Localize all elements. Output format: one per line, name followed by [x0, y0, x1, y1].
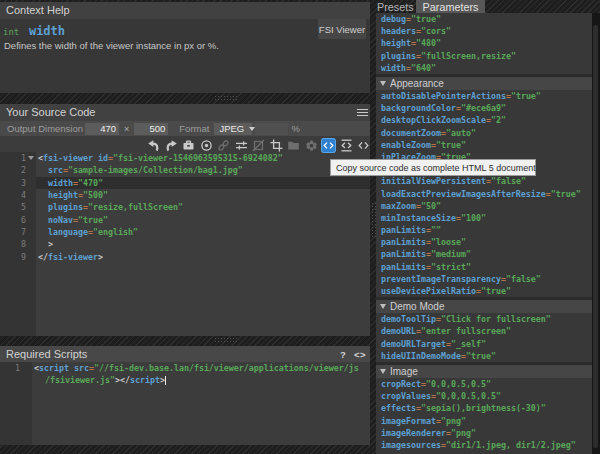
parameter-row[interactable]: panLimits="strict"	[376, 261, 592, 273]
parameter-row[interactable]: backgroundColor="#ece6a9"	[376, 102, 592, 114]
dimension-times-label: ×	[124, 124, 129, 134]
parameter-name: demoURLTarget	[381, 339, 446, 349]
section-header-demo-mode[interactable]: Demo Mode	[376, 297, 592, 313]
menu-icon[interactable]	[357, 107, 368, 118]
code-text: /fsiviewer.js"></script>	[32, 375, 166, 385]
format-select[interactable]: JPEG	[214, 123, 252, 135]
redo-icon[interactable]	[165, 139, 178, 152]
record-icon[interactable]	[200, 139, 213, 152]
parameter-row[interactable]: panLimits=""	[376, 224, 592, 236]
section-header-appearance[interactable]: Appearance	[376, 74, 592, 90]
tab-parameters[interactable]: Parameters	[416, 0, 486, 13]
crop-icon[interactable]	[270, 139, 283, 152]
adjust-icon[interactable]	[235, 139, 248, 152]
splitter-grip-top[interactable]	[214, 95, 238, 101]
parameter-value: "true"	[511, 91, 541, 101]
parameters-list-container: debug="true"headers="cors"height="480"pl…	[376, 13, 592, 454]
text-cursor	[165, 376, 167, 385]
parameter-row[interactable]: cropRect="0,0,0.5,0.5"	[376, 378, 592, 390]
parameter-name: autoDisablePointerActions	[381, 91, 506, 101]
percent-input[interactable]	[255, 123, 288, 135]
code-text: src="sample-images/Collection/bag1.jpg"	[36, 165, 243, 175]
line-number: 9	[0, 252, 26, 262]
output-height-input[interactable]: 500	[134, 123, 168, 135]
parameter-row[interactable]: enableZoom="true"	[376, 139, 592, 151]
parameter-signature: int width	[3, 20, 65, 39]
parameters-panel: PresetsParameters debug="true"headers="c…	[376, 0, 592, 454]
archive-icon[interactable]	[182, 139, 195, 152]
parameter-name: maxZoom	[381, 201, 416, 211]
parameter-row[interactable]: loadExactPreviewImagesAfterResize="true"	[376, 187, 592, 199]
tab-presets[interactable]: Presets	[376, 0, 416, 13]
line-number: 1	[0, 153, 26, 163]
source-code-editor[interactable]: 1<fsi-viewer id="fsi-viewer-154696359531…	[0, 152, 370, 336]
section-header-image[interactable]: Image	[376, 362, 592, 378]
parameter-row[interactable]: plugins="fullScreen,resize"	[376, 50, 592, 62]
parameter-value: "png"	[441, 416, 466, 426]
code-text: width="470"	[36, 178, 103, 188]
fsi-viewer-badge[interactable]: FSI Viewer	[318, 19, 366, 39]
scrollbar[interactable]	[592, 13, 600, 454]
fold-arrow-icon[interactable]	[26, 156, 36, 160]
required-scripts-panel: Required Scripts ? <> 1<script src="//fs…	[0, 346, 370, 445]
output-width-input[interactable]: 470	[85, 123, 119, 135]
parameter-row[interactable]: height="480"	[376, 37, 592, 49]
folder-icon[interactable]	[287, 139, 300, 152]
parameter-value: "fullScreen,resize"	[421, 51, 516, 61]
splitter-grip-bottom[interactable]	[214, 337, 238, 343]
parameter-row[interactable]: documentZoom="auto"	[376, 127, 592, 139]
parameter-row[interactable]: desktopClickZoomScale="2"	[376, 114, 592, 126]
source-editor-line: 8 >	[0, 238, 370, 250]
help-icon[interactable]: ?	[340, 349, 346, 360]
parameter-value: "0,0,0.5,0.5"	[426, 379, 491, 389]
parameters-list: debug="true"headers="cors"height="480"pl…	[376, 13, 592, 451]
parameter-row[interactable]: imageFormat="png"	[376, 414, 592, 426]
copy-html-document-icon[interactable]	[322, 139, 335, 152]
parameter-row[interactable]: hideUIInDemoMode="true"	[376, 350, 592, 362]
parameter-row[interactable]: useDevicePixelRatio="true"	[376, 285, 592, 297]
parameter-row[interactable]: panLimits="medium"	[376, 248, 592, 260]
collapse-triangle-icon	[380, 81, 386, 86]
scrollbar-thumb[interactable]	[593, 25, 598, 448]
resize-disabled-icon[interactable]	[252, 139, 265, 152]
parameter-row[interactable]: initialViewPersistent="false"	[376, 175, 592, 187]
parameter-value: "100"	[461, 213, 486, 223]
undo-icon[interactable]	[147, 139, 160, 152]
parameter-row[interactable]: minInstanceSize="100"	[376, 212, 592, 224]
code-icon[interactable]: <>	[354, 349, 366, 360]
parameter-row[interactable]: effects="sepia(),brightness(-30)"	[376, 402, 592, 414]
parameter-row[interactable]: imageRenderer="png"	[376, 427, 592, 439]
line-number: 3	[0, 178, 26, 188]
parameter-name: preventImageTransparency	[381, 274, 501, 284]
code-lines: 1<script src="//fsi-dev.base.lan/fsi/vie…	[0, 362, 370, 387]
parameter-row[interactable]: panLimits="loose"	[376, 236, 592, 248]
effects-icon[interactable]	[305, 139, 318, 152]
parameter-row[interactable]: demoURL="enter fullscreen"	[376, 325, 592, 337]
copy-embed-code-icon[interactable]	[340, 139, 353, 152]
context-help-panel: Context Help int width FSI Viewer Define…	[0, 2, 370, 93]
parameter-row[interactable]: preventImageTransparency="false"	[376, 273, 592, 285]
parameter-row[interactable]: demoToolTip="Click for fullscreen"	[376, 313, 592, 325]
parameter-row[interactable]: headers="cors"	[376, 25, 592, 37]
parameter-row[interactable]: debug="true"	[376, 13, 592, 25]
required-scripts-header: Required Scripts ? <>	[0, 346, 370, 362]
parameter-value: "sepia(),brightness(-30)"	[421, 403, 546, 413]
required-scripts-editor[interactable]: 1<script src="//fsi-dev.base.lan/fsi/vie…	[0, 362, 370, 445]
link-icon[interactable]	[217, 139, 230, 152]
parameter-row[interactable]: width="640"	[376, 62, 592, 74]
parameter-value: ""	[431, 225, 441, 235]
parameter-row[interactable]: autoDisablePointerActions="true"	[376, 90, 592, 102]
parameter-value: "50"	[421, 201, 441, 211]
copy-source-code-icon[interactable]	[357, 139, 370, 152]
line-number: 5	[0, 202, 26, 212]
parameter-row[interactable]: imagesources="dir1/1.jpeg, dir1/2.jpeg"	[376, 439, 592, 451]
parameter-row[interactable]: cropValues="0,0,0.5,0.5"	[376, 390, 592, 402]
parameter-row[interactable]: demoURLTarget="_self"	[376, 338, 592, 350]
parameter-name: debug	[381, 14, 406, 24]
parameter-value: "enter fullscreen"	[421, 326, 511, 336]
code-text: </fsi-viewer>	[36, 252, 103, 262]
section-label: Image	[390, 366, 418, 377]
parameter-row[interactable]: maxZoom="50"	[376, 200, 592, 212]
format-label: Format	[179, 123, 209, 134]
parameter-value: "cors"	[421, 26, 451, 36]
